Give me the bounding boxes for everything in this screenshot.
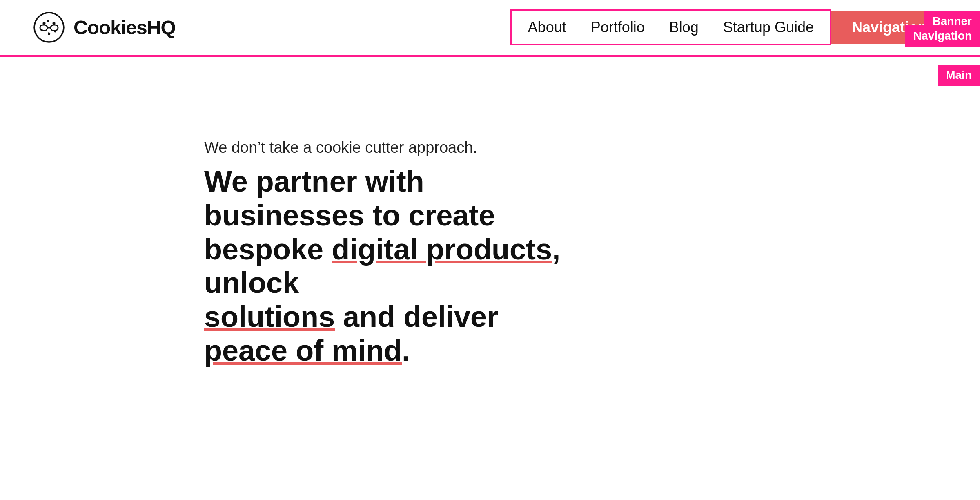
hero-heading-highlight1: digital products, [332, 233, 560, 266]
nav-link-portfolio[interactable]: Portfolio [591, 19, 645, 36]
hero-heading-end: . [402, 334, 410, 367]
site-header: CookiesHQ About Portfolio Blog Startup G… [0, 0, 980, 57]
nav-link-about[interactable]: About [528, 19, 566, 36]
nav-link-startup-guide[interactable]: Startup Guide [723, 19, 814, 36]
svg-point-3 [47, 20, 49, 22]
main-content: We don’t take a cookie cutter approach. … [0, 57, 980, 498]
nav-links: About Portfolio Blog Startup Guide [510, 9, 831, 45]
svg-point-2 [53, 22, 56, 25]
cookies-hq-logo-icon [33, 11, 65, 44]
hero-heading-part3: and deliver [335, 300, 498, 333]
hero-heading-part2: unlock [204, 266, 299, 299]
hero-heading-highlight3: peace of mind [204, 334, 402, 367]
logo-text: CookiesHQ [74, 16, 176, 39]
nav-link-blog[interactable]: Blog [669, 19, 699, 36]
navigation-label: Navigation [905, 25, 980, 47]
hero-heading: We partner with businesses to create bes… [204, 165, 572, 368]
hero-heading-highlight2: solutions [204, 300, 335, 333]
logo-area[interactable]: CookiesHQ [33, 11, 176, 44]
svg-point-1 [43, 22, 46, 25]
hero-tagline: We don’t take a cookie cutter approach. [204, 139, 947, 156]
main-label: Main [938, 65, 980, 86]
nav-area: About Portfolio Blog Startup Guide Navig… [510, 9, 947, 45]
